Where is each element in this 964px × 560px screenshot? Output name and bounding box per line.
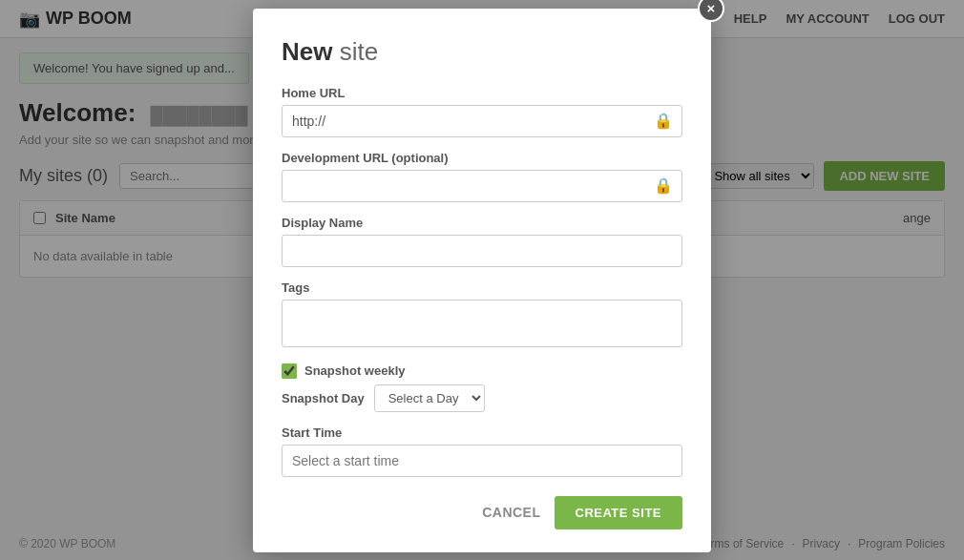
- tags-label: Tags: [282, 280, 682, 295]
- cancel-button[interactable]: CANCEL: [482, 505, 540, 520]
- display-name-label: Display Name: [282, 216, 682, 230]
- home-url-group: Home URL 🔒: [282, 86, 682, 137]
- modal-footer: CANCEL CREATE SITE: [282, 496, 682, 529]
- modal-title-bold: New: [282, 37, 332, 66]
- start-time-input[interactable]: [282, 445, 682, 477]
- snapshot-weekly-checkbox[interactable]: [282, 363, 297, 379]
- tags-input[interactable]: [282, 300, 682, 347]
- home-url-lock-icon: 🔒: [654, 112, 673, 130]
- dev-url-label: Development URL (optional): [282, 151, 682, 165]
- display-name-input[interactable]: [282, 235, 682, 267]
- snapshot-weekly-label: Snapshot weekly: [304, 363, 405, 378]
- dev-url-lock-icon: 🔒: [654, 176, 673, 195]
- tags-group: Tags: [282, 280, 682, 350]
- display-name-group: Display Name: [282, 216, 682, 267]
- snapshot-weekly-row: Snapshot weekly: [282, 363, 682, 379]
- modal-title: New site: [282, 37, 682, 67]
- home-url-input[interactable]: [282, 105, 682, 137]
- new-site-modal: × New site Home URL 🔒 Development URL (o…: [253, 9, 711, 552]
- create-site-button[interactable]: CREATE SITE: [555, 496, 683, 529]
- modal-title-light: site: [340, 37, 378, 66]
- snapshot-day-label: Snapshot Day: [282, 391, 365, 405]
- modal-overlay: × New site Home URL 🔒 Development URL (o…: [0, 0, 964, 560]
- dev-url-input[interactable]: [282, 170, 682, 202]
- start-time-label: Start Time: [282, 425, 682, 440]
- start-time-group: Start Time: [282, 425, 682, 477]
- modal-close-button[interactable]: ×: [698, 0, 724, 22]
- snapshot-day-row: Snapshot Day Select a Day Sunday Monday …: [282, 384, 682, 412]
- home-url-label: Home URL: [282, 86, 682, 100]
- dev-url-group: Development URL (optional) 🔒: [282, 151, 682, 202]
- snapshot-day-select[interactable]: Select a Day Sunday Monday Tuesday Wedne…: [374, 384, 485, 412]
